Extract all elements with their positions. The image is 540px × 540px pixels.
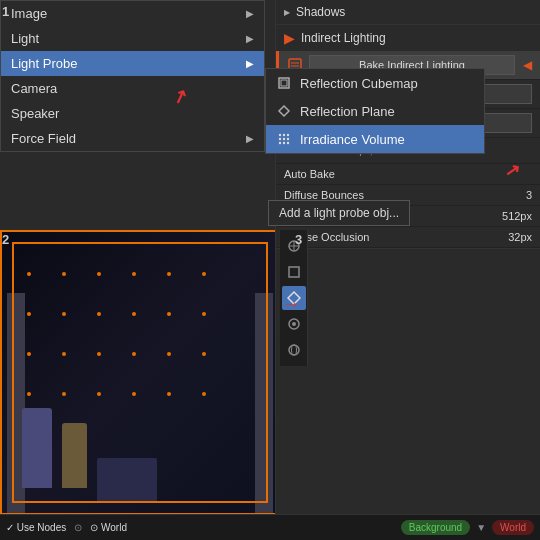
tooltip-text: Add a light probe obj... <box>279 206 399 220</box>
viewport-content <box>2 232 278 513</box>
probe-dot <box>62 392 66 396</box>
shadows-header[interactable]: ▶ Shadows <box>276 0 540 24</box>
diffuse-occlusion-row[interactable]: Diffuse Occlusion 32px <box>276 227 540 248</box>
cubemap-size-value: 512px <box>482 210 532 222</box>
svg-point-20 <box>291 345 296 355</box>
submenu-item-label: Irradiance Volume <box>300 132 405 147</box>
background-pill[interactable]: Background <box>401 520 470 535</box>
svg-rect-15 <box>289 267 299 277</box>
world-icon-btn[interactable] <box>282 338 306 362</box>
svg-rect-1 <box>281 80 287 86</box>
shadows-triangle-icon: ▶ <box>284 8 290 17</box>
probe-dot <box>202 312 206 316</box>
viewport-3d[interactable] <box>0 230 280 515</box>
diffuse-occlusion-value: 32px <box>482 231 532 243</box>
svg-point-6 <box>279 138 281 140</box>
svg-point-3 <box>279 134 281 136</box>
menu-item-label: Force Field <box>11 131 76 146</box>
probe-dot <box>62 312 66 316</box>
shadows-label: Shadows <box>296 5 345 19</box>
section-num-3: 3 <box>295 232 302 247</box>
probe-dot <box>132 352 136 356</box>
svg-point-5 <box>287 134 289 136</box>
probe-dot <box>27 352 31 356</box>
probe-dot <box>97 392 101 396</box>
svg-point-18 <box>292 322 296 326</box>
probe-dot <box>132 272 136 276</box>
submenu-item-reflection-cubemap[interactable]: Reflection Cubemap <box>266 69 484 97</box>
tooltip: Add a light probe obj... <box>268 200 410 226</box>
submenu-item-label: Reflection Cubemap <box>300 76 418 91</box>
diffuse-bounces-value: 3 <box>482 189 532 201</box>
dot-separator: ⊙ <box>74 522 82 533</box>
material-icon-btn[interactable] <box>282 312 306 336</box>
submenu-item-irradiance-volume[interactable]: Irradiance Volume <box>266 125 484 153</box>
menu-item-camera[interactable]: Camera <box>1 76 264 101</box>
svg-marker-2 <box>279 106 289 116</box>
probe-dot <box>202 272 206 276</box>
menu-item-label: Image <box>11 6 47 21</box>
probe-dot <box>97 352 101 356</box>
indirect-lighting-header[interactable]: ▶ Indirect Lighting <box>276 25 540 51</box>
bottom-right: Background ▼ World <box>401 520 534 535</box>
probe-dot <box>132 312 136 316</box>
menu-item-label: Speaker <box>11 106 59 121</box>
probe-selection-box <box>12 242 268 503</box>
add-menu: Image ▶ Light ▶ Light Probe ▶ Camera Spe… <box>0 0 265 152</box>
probe-dot <box>167 392 171 396</box>
probe-dot <box>202 392 206 396</box>
probe-dot <box>202 352 206 356</box>
svg-point-19 <box>289 345 299 355</box>
bake-arrow-indicator: ◀ <box>523 58 532 72</box>
probe-dot <box>27 312 31 316</box>
submenu-arrow-icon: ▶ <box>246 133 254 144</box>
cubemap-icon <box>276 75 292 91</box>
bottom-bar: ✓ Use Nodes ⊙ ⊙ World Background ▼ World <box>0 514 540 540</box>
svg-point-8 <box>287 138 289 140</box>
submenu-item-label: Reflection Plane <box>300 104 395 119</box>
menu-item-force-field[interactable]: Force Field ▶ <box>1 126 264 151</box>
menu-item-label: Camera <box>11 81 57 96</box>
probe-dot <box>167 352 171 356</box>
probe-dot <box>167 272 171 276</box>
indirect-label: Indirect Lighting <box>301 31 386 45</box>
svg-point-7 <box>283 138 285 140</box>
probe-dot <box>62 352 66 356</box>
svg-point-11 <box>287 142 289 144</box>
submenu-item-reflection-plane[interactable]: Reflection Plane <box>266 97 484 125</box>
probe-dot <box>167 312 171 316</box>
menu-item-label: Light Probe <box>11 56 78 71</box>
indirect-arrow-icon: ▶ <box>284 30 295 46</box>
submenu-arrow-icon: ▶ <box>246 33 254 44</box>
volume-icon <box>276 131 292 147</box>
menu-item-light[interactable]: Light ▶ <box>1 26 264 51</box>
world-pill[interactable]: World <box>492 520 534 535</box>
diffuse-occlusion-label: Diffuse Occlusion <box>284 231 476 243</box>
svg-point-9 <box>279 142 281 144</box>
menu-item-light-probe[interactable]: Light Probe ▶ <box>1 51 264 76</box>
probe-dot <box>97 272 101 276</box>
annotation-arrow-3: → <box>282 294 300 315</box>
menu-item-speaker[interactable]: Speaker <box>1 101 264 126</box>
plane-icon <box>276 103 292 119</box>
use-nodes-label: ✓ Use Nodes <box>6 522 66 533</box>
probe-dot <box>62 272 66 276</box>
submenu-arrow-icon: ▶ <box>246 58 254 69</box>
probe-dot <box>97 312 101 316</box>
menu-item-label: Light <box>11 31 39 46</box>
probe-dot <box>27 392 31 396</box>
auto-bake-label: Auto Bake <box>284 168 532 180</box>
bottom-separator: ▼ <box>476 522 486 533</box>
object-icon-btn[interactable] <box>282 260 306 284</box>
shadows-section: ▶ Shadows <box>276 0 540 25</box>
world-label: ⊙ World <box>90 522 127 533</box>
light-probe-submenu: Reflection Cubemap Reflection Plane Irra <box>265 68 485 154</box>
submenu-arrow-icon: ▶ <box>246 8 254 19</box>
svg-point-10 <box>283 142 285 144</box>
section-num-1: 1 <box>2 4 9 19</box>
probe-dot <box>27 272 31 276</box>
menu-item-image[interactable]: Image ▶ <box>1 1 264 26</box>
svg-point-4 <box>283 134 285 136</box>
auto-bake-row[interactable]: Auto Bake <box>276 164 540 185</box>
section-num-2: 2 <box>2 232 9 247</box>
